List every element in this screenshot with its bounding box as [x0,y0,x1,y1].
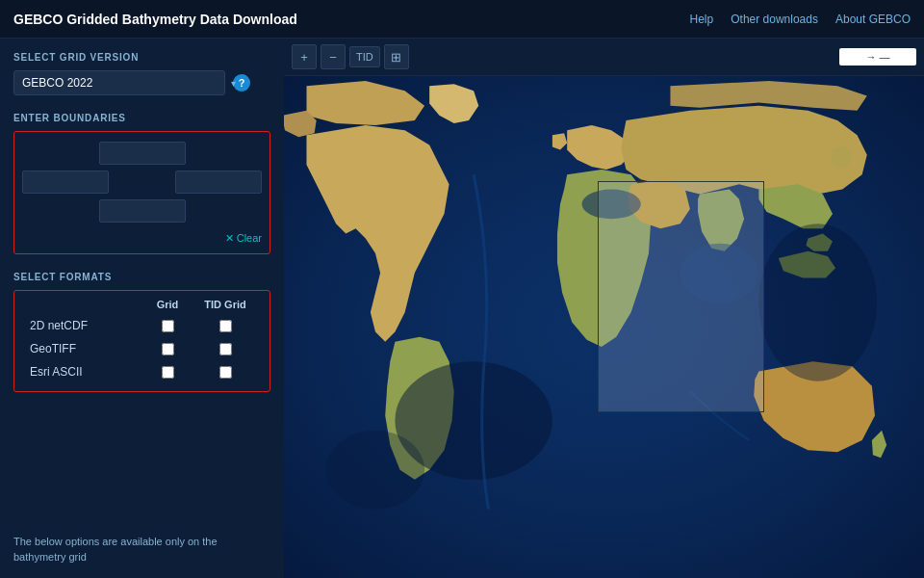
geotiff-grid-col [139,343,196,355]
east-input[interactable]: 43.9453 [175,171,262,194]
formats-label: SELECT FORMATS [13,272,270,282]
svg-point-5 [582,189,641,219]
geotiff-tid-checkbox[interactable] [219,343,232,355]
formats-col1-header: Grid [139,299,196,310]
formats-header-row: Grid TID Grid [22,299,262,314]
format-row-esriascii: Esri ASCII [22,360,262,383]
netcdf-tid-checkbox[interactable] [219,320,232,332]
west-east-row: -58.7109 43.9453 [22,171,262,194]
world-map-svg [284,76,924,578]
clear-button[interactable]: Clear [225,232,262,244]
about-gebco-link[interactable]: About GEBCO [835,13,911,26]
zoom-out-button[interactable]: − [321,44,346,69]
netcdf-tid-col [196,320,254,332]
other-downloads-link[interactable]: Other downloads [731,13,818,26]
esriascii-tid-checkbox[interactable] [219,366,232,379]
formats-col2-header: TID Grid [196,299,254,310]
esriascii-grid-checkbox[interactable] [162,366,174,379]
esriascii-grid-col [139,366,196,379]
map-toolbar-right: → — [839,48,916,66]
format-label-esriascii: Esri ASCII [30,365,139,379]
north-input[interactable]: 42.4512 [99,142,186,165]
grid-version-select[interactable]: GEBCO 2022 GEBCO 2021 GEBCO 2020 [13,70,225,95]
grid-button[interactable]: ⊞ [384,44,409,69]
netcdf-grid-checkbox[interactable] [162,320,174,332]
format-label-netcdf: 2D netCDF [30,319,139,332]
coord-arrow: → [865,51,876,63]
coord-display: → — [839,48,916,66]
help-link[interactable]: Help [690,13,714,26]
sidebar: SELECT GRID VERSION GEBCO 2022 GEBCO 202… [0,39,284,578]
header-nav: Help Other downloads About GEBCO [690,13,911,26]
boundaries-box: 42.4512 -58.7109 43.9453 -25.4004 Clear [13,131,270,254]
netcdf-grid-col [139,320,196,332]
north-row: 42.4512 [22,142,262,165]
geotiff-tid-col [196,343,254,355]
grid-version-wrapper: GEBCO 2022 GEBCO 2021 GEBCO 2020 ▾ ? [13,70,270,95]
app-header: GEBCO Gridded Bathymetry Data Download H… [0,0,924,39]
esriascii-tid-col [196,366,254,379]
svg-point-6 [680,244,759,302]
map-toolbar: + − TID ⊞ → — [284,39,924,76]
app-title: GEBCO Gridded Bathymetry Data Download [13,12,297,27]
svg-point-4 [326,431,424,510]
coord-dash: — [880,51,890,63]
south-input[interactable]: -25.4004 [99,199,186,223]
clear-btn-wrapper: Clear [22,228,262,246]
help-icon[interactable]: ? [233,74,250,92]
map-canvas[interactable] [284,76,924,578]
boundaries-section: ENTER BOUNDARIES 42.4512 -58.7109 43.945… [13,113,270,254]
geotiff-grid-checkbox[interactable] [162,343,174,355]
formats-section: SELECT FORMATS Grid TID Grid 2D netCDF [13,272,270,392]
formats-box: Grid TID Grid 2D netCDF GeoTIFF [13,290,270,392]
format-row-netcdf: 2D netCDF [22,314,262,337]
west-input[interactable]: -58.7109 [22,171,109,194]
south-row: -25.4004 [22,199,262,223]
grid-version-label: SELECT GRID VERSION [13,52,270,63]
main-layout: SELECT GRID VERSION GEBCO 2022 GEBCO 202… [0,39,924,578]
tid-button[interactable]: TID [349,46,380,67]
format-row-geotiff: GeoTIFF [22,337,262,360]
zoom-in-button[interactable]: + [292,44,317,69]
format-label-geotiff: GeoTIFF [30,342,139,355]
map-area: + − TID ⊞ → — [284,39,924,578]
svg-point-3 [758,223,877,381]
boundaries-label: ENTER BOUNDARIES [13,113,270,123]
sidebar-note: The below options are available only on … [13,525,270,565]
grid-version-section: SELECT GRID VERSION GEBCO 2022 GEBCO 202… [13,52,270,95]
